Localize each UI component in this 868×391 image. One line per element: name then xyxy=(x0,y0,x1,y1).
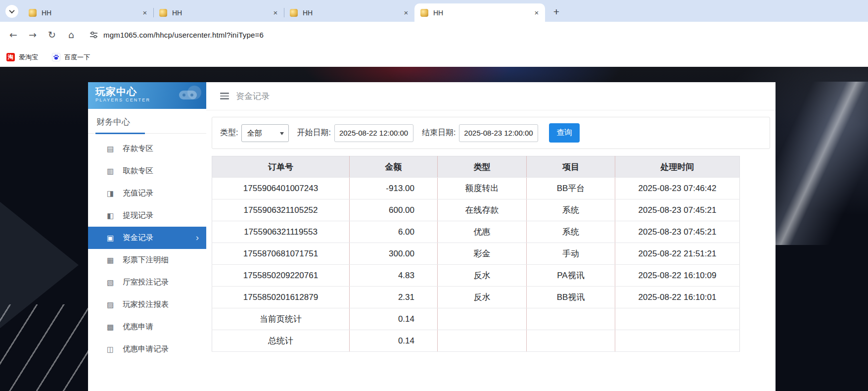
tab-title: HH xyxy=(42,9,140,17)
main-content: 资金记录 类型: 全部 开始日期: 结束日期: 查询 xyxy=(206,82,776,391)
table-cell: 0.14 xyxy=(350,330,438,352)
tab-search-button[interactable] xyxy=(5,5,18,18)
sidebar-item-recharge-records[interactable]: ◨充值记录› xyxy=(88,182,206,204)
deposit-icon: ▤ xyxy=(106,145,115,153)
tab-close-icon[interactable]: × xyxy=(140,8,149,17)
bookmark-label: 百度一下 xyxy=(64,53,90,62)
sidebar-item-label: 提现记录 xyxy=(123,210,153,221)
table-cell: 系统 xyxy=(527,199,615,221)
sidebar-item-label: 存款专区 xyxy=(123,144,153,154)
tab-title: HH xyxy=(172,9,271,17)
end-date-input[interactable] xyxy=(459,124,538,142)
tab-favicon xyxy=(420,9,428,17)
start-date-input[interactable] xyxy=(334,124,413,142)
site-info-icon[interactable] xyxy=(89,30,98,40)
table-cell: 1755906321119553 xyxy=(212,221,350,243)
bookmarks-bar: 淘爱淘宝百度一下 xyxy=(0,48,868,67)
sidebar-item-lottery-bet-detail[interactable]: ▦彩票下注明细› xyxy=(88,249,206,271)
type-label: 类型: xyxy=(220,128,238,138)
sidebar-item-promo-apply[interactable]: ▩优惠申请› xyxy=(88,316,206,338)
table-cell: 600.00 xyxy=(350,199,438,221)
bookmark-item[interactable]: 淘爱淘宝 xyxy=(6,53,38,62)
table-cell xyxy=(438,308,527,330)
table-cell: -913.00 xyxy=(350,178,438,199)
sidebar-header: 玩家中心 PLAYERS CENTER xyxy=(88,82,206,109)
menu-toggle-icon[interactable] xyxy=(220,93,229,99)
baidu-icon xyxy=(52,53,60,61)
url-bar[interactable]: mgm1065.com/hhcp/usercenter.html?iniType… xyxy=(103,31,264,39)
funds-table: 订单号金额类型项目处理时间 1755906401007243-913.00额度转… xyxy=(212,156,740,352)
table-cell: BB视讯 xyxy=(527,287,615,308)
sidebar-menu: ▤存款专区›▥取款专区›◨充值记录›◧提现记录›▣资金记录›▦彩票下注明细›▧厅… xyxy=(88,134,206,360)
browser-tab[interactable]: HH× xyxy=(23,3,153,22)
table-cell: 手动 xyxy=(527,243,615,265)
table-cell: PA视讯 xyxy=(527,265,615,287)
sidebar-item-funds-records[interactable]: ▣资金记录› xyxy=(88,227,206,249)
reload-button[interactable]: ↻ xyxy=(44,26,60,43)
tab-favicon xyxy=(159,9,167,17)
sidebar-item-label: 玩家投注报表 xyxy=(123,299,169,310)
tab-close-icon[interactable]: × xyxy=(271,8,280,17)
content-panel: 玩家中心 PLAYERS CENTER 财务中心 ▤存款专区›▥取款专区›◨充值… xyxy=(88,82,776,391)
table-column-header: 项目 xyxy=(527,156,615,178)
sidebar-item-promo-apply-records[interactable]: ◫优惠申请记录› xyxy=(88,338,206,360)
table-cell xyxy=(438,330,527,352)
table-cell: 当前页统计 xyxy=(212,308,350,330)
table-cell: 反水 xyxy=(438,287,527,308)
table-cell: 1755850209220761 xyxy=(212,265,350,287)
sidebar-item-withdraw[interactable]: ▥取款专区› xyxy=(88,160,206,182)
end-date-label: 结束日期: xyxy=(422,128,456,138)
table-cell: 2025-08-22 21:51:21 xyxy=(615,243,740,265)
table-cell: 额度转出 xyxy=(438,178,527,199)
table-cell: 4.83 xyxy=(350,265,438,287)
table-cell: 优惠 xyxy=(438,221,527,243)
table-row: 1755906401007243-913.00额度转出BB平台2025-08-2… xyxy=(212,178,740,199)
hall-bet-records-icon: ▧ xyxy=(106,278,115,287)
sidebar-item-label: 优惠申请 xyxy=(123,322,153,332)
table-cell: 2025-08-22 16:10:01 xyxy=(615,287,740,308)
chevron-right-icon: › xyxy=(196,232,199,243)
table-column-header: 订单号 xyxy=(212,156,350,178)
table-cell: 1755870681071751 xyxy=(212,243,350,265)
sidebar-item-withdrawal-records[interactable]: ◧提现记录› xyxy=(88,204,206,227)
table-cell: 300.00 xyxy=(350,243,438,265)
bookmark-item[interactable]: 百度一下 xyxy=(52,53,90,62)
tab-strip-tabs: HH×HH×HH×HH× xyxy=(23,3,545,22)
page-background: 玩家中心 PLAYERS CENTER 财务中心 ▤存款专区›▥取款专区›◨充值… xyxy=(0,67,868,391)
browser-tab[interactable]: HH× xyxy=(153,3,284,22)
start-date-label: 开始日期: xyxy=(297,128,330,138)
new-tab-button[interactable]: + xyxy=(549,4,564,19)
sidebar-item-hall-bet-records[interactable]: ▧厅室投注记录› xyxy=(88,271,206,293)
browser-tab[interactable]: HH× xyxy=(284,3,414,22)
sidebar-item-label: 优惠申请记录 xyxy=(123,344,169,354)
sidebar-item-player-bet-report[interactable]: ▨玩家投注报表› xyxy=(88,293,206,316)
back-button[interactable]: ← xyxy=(5,26,22,43)
funds-records-icon: ▣ xyxy=(106,234,115,243)
background-light-streak xyxy=(769,82,868,245)
tab-close-icon[interactable]: × xyxy=(402,8,411,17)
table-cell xyxy=(615,330,740,352)
lottery-bet-detail-icon: ▦ xyxy=(106,256,115,265)
table-cell xyxy=(615,308,740,330)
table-row: 1755906321105252600.00在线存款系统2025-08-23 0… xyxy=(212,199,740,221)
sidebar-item-label: 厅室投注记录 xyxy=(123,277,169,288)
table-row: 17558502092207614.83反水PA视讯2025-08-22 16:… xyxy=(212,265,740,287)
browser-nav-bar: ← → ↻ ⌂ mgm1065.com/hhcp/usercenter.html… xyxy=(0,22,868,48)
home-button[interactable]: ⌂ xyxy=(63,26,80,43)
type-select[interactable]: 全部 xyxy=(241,124,289,142)
sidebar-item-label: 资金记录 xyxy=(123,233,153,243)
forward-button[interactable]: → xyxy=(24,26,41,43)
recharge-records-icon: ◨ xyxy=(106,189,115,198)
sidebar-item-deposit[interactable]: ▤存款专区› xyxy=(88,138,206,160)
table-cell: 0.14 xyxy=(350,308,438,330)
browser-tab[interactable]: HH× xyxy=(414,3,545,22)
table-column-header: 类型 xyxy=(438,156,527,178)
tab-title: HH xyxy=(433,9,532,17)
search-button[interactable]: 查询 xyxy=(549,123,580,143)
table-cell: 1755906321105252 xyxy=(212,199,350,221)
table-row: 17559063211195536.00优惠系统2025-08-23 07:45… xyxy=(212,221,740,243)
table-cell xyxy=(527,330,615,352)
tab-close-icon[interactable]: × xyxy=(532,8,541,17)
table-cell: 反水 xyxy=(438,265,527,287)
table-column-header: 处理时间 xyxy=(615,156,740,178)
